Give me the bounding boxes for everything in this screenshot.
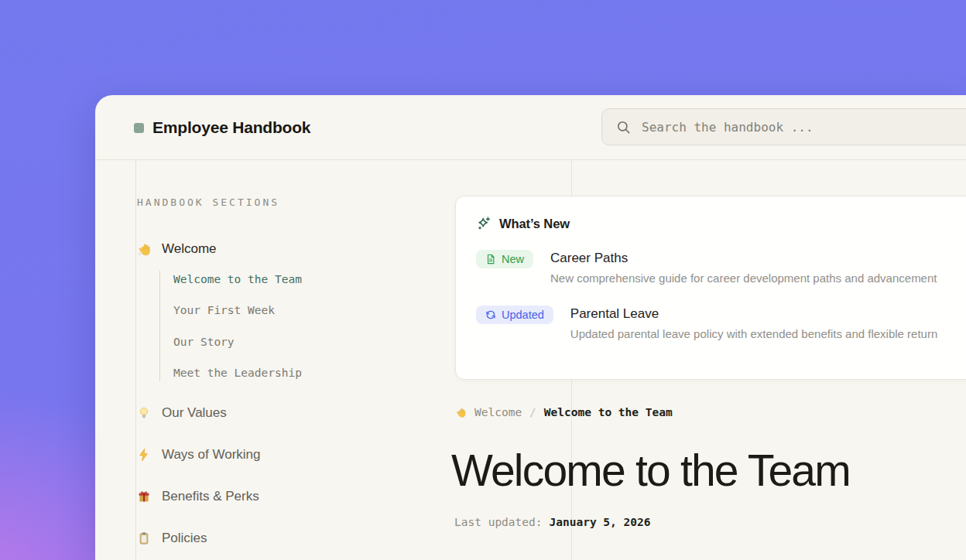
badge-label: Updated [502,309,544,321]
sidebar-welcome-sublist: Welcome to the Team Your First Week Our … [159,271,392,381]
gift-box-icon [136,489,152,504]
handbook-app-window: Employee Handbook Search the handbook ..… [95,95,966,560]
last-updated-date: January 5, 2026 [550,516,651,528]
sidebar-subitem-welcome-to-the-team[interactable]: Welcome to the Team [160,273,392,285]
app-title: Employee Handbook [152,118,310,137]
app-logo-icon [134,123,144,133]
waving-hand-icon [136,241,152,257]
breadcrumb: Welcome / Welcome to the Team [455,406,673,418]
whats-new-title: What’s New [499,217,570,231]
clipboard-icon [136,531,152,546]
light-bulb-icon [136,405,152,421]
search-input[interactable]: Search the handbook ... [601,108,966,145]
sidebar-item-label: Ways of Working [162,447,261,463]
sparkles-icon [476,216,492,231]
last-updated: Last updated: January 5, 2026 [454,516,650,528]
sidebar-subitem-meet-the-leadership[interactable]: Meet the Leadership [160,367,392,379]
sidebar-item-ways-of-working[interactable]: Ways of Working [136,446,261,464]
whats-new-header: What’s New [476,216,966,231]
badge-label: New [502,253,524,265]
sidebar-heading: HANDBOOK SECTIONS [137,196,279,208]
sidebar-subitem-your-first-week[interactable]: Your First Week [160,304,392,316]
last-updated-label: Last updated: [454,516,543,528]
refresh-icon [485,309,496,320]
entry-description: New comprehensive guide for career devel… [550,271,937,285]
breadcrumb-section[interactable]: Welcome [474,406,522,418]
whats-new-entry-parental-leave[interactable]: Updated Parental Leave Updated parental … [476,306,966,340]
entry-title: Parental Leave [570,306,937,322]
entry-description: Updated parental leave policy with exten… [570,327,937,340]
sidebar-item-label: Benefits & Perks [162,489,259,504]
sidebar-item-label: Welcome [162,241,217,257]
brand: Employee Handbook [134,95,310,160]
lightning-bolt-icon [136,447,152,463]
sidebar-item-label: Policies [162,531,207,546]
sidebar-item-benefits-perks[interactable]: Benefits & Perks [136,487,259,506]
app-header: Employee Handbook Search the handbook ..… [95,95,966,160]
desktop-background: Employee Handbook Search the handbook ..… [0,0,966,560]
breadcrumb-separator: / [529,406,536,418]
waving-hand-icon [455,407,467,418]
whats-new-entry-career-paths[interactable]: New Career Paths New comprehensive guide… [476,250,966,285]
updated-badge: Updated [476,306,553,324]
search-placeholder: Search the handbook ... [642,120,814,135]
document-icon [485,254,496,265]
entry-title: Career Paths [550,251,937,266]
sidebar-subitem-our-story[interactable]: Our Story [160,336,392,348]
breadcrumb-current-page: Welcome to the Team [544,406,673,418]
sidebar-item-welcome[interactable]: Welcome [136,240,217,258]
page-title: Welcome to the Team [451,445,850,496]
sidebar-item-label: Our Values [162,405,227,421]
whats-new-card: What’s New New Career Paths New comprehe… [455,196,966,380]
sidebar-item-our-values[interactable]: Our Values [136,404,227,422]
search-icon [616,120,631,135]
new-badge: New [476,250,533,268]
sidebar-item-policies[interactable]: Policies [136,529,207,548]
